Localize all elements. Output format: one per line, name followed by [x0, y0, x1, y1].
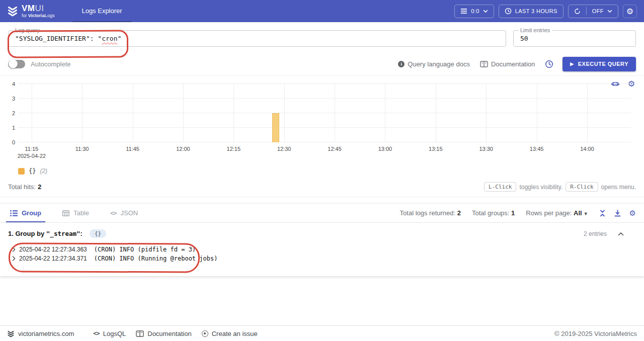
time-range-button[interactable]: LAST 3 HOURS: [499, 5, 564, 18]
x-axis-tick-label: 13:30: [479, 146, 493, 152]
lclick-text: toggles visibility.: [519, 184, 562, 191]
y-axis-tick-label: 2: [5, 110, 15, 116]
chart-legend: {}(2): [18, 167, 636, 175]
code-icon: <>: [110, 210, 116, 217]
lclick-key: L-Click: [484, 182, 516, 192]
autocomplete-toggle[interactable]: [8, 60, 25, 68]
list-icon: [460, 8, 467, 14]
documentation-link[interactable]: Documentation: [480, 60, 535, 68]
group-title: 1. Group by "_stream":: [8, 230, 83, 237]
gridline-vertical: [537, 84, 537, 142]
total-groups-stat: Total groups: 1: [472, 209, 515, 217]
x-axis-tick-label: 14:00: [580, 146, 594, 152]
y-axis-tick-label: 0: [5, 139, 15, 145]
refresh-icon: [574, 8, 581, 15]
autocomplete-label: Autocomplete: [31, 60, 71, 68]
rows-per-page-value: All: [574, 209, 582, 217]
log-row[interactable]: 2025-04-22 12:27:34.363(CRON) INFO (pidf…: [8, 245, 636, 254]
play-icon: ▶: [570, 61, 574, 66]
layout-value: 0:0: [471, 8, 479, 14]
tab-json[interactable]: <> JSON: [108, 204, 140, 222]
chevron-right-icon[interactable]: [8, 256, 19, 261]
collapse-all-icon[interactable]: [599, 210, 606, 217]
layout-select-button[interactable]: 0:0: [454, 5, 494, 18]
y-axis-tick-label: 3: [5, 96, 15, 102]
footer-site-label: victoriametrics.com: [18, 330, 74, 337]
log-query-value[interactable]: "SYSLOG_IDENTIFIER": "cron": [9, 31, 506, 46]
code-icon: <>: [93, 330, 99, 337]
x-axis-tick-label: 12:45: [328, 146, 342, 152]
log-timestamp: 2025-04-22 12:27:34.363: [19, 246, 87, 253]
chevron-right-icon[interactable]: [8, 247, 19, 252]
results-card: Group Table <> JSON Total logs returned:…: [0, 203, 644, 276]
table-tab-icon: [62, 210, 69, 216]
gridline-horizontal: [18, 142, 631, 142]
chevron-up-icon[interactable]: [618, 232, 624, 236]
log-query-input[interactable]: Log query "SYSLOG_IDENTIFIER": "cron": [8, 30, 506, 47]
query-docs-label: Query language docs: [408, 60, 470, 68]
footer: victoriametrics.com <> LogsQL Documentat…: [0, 325, 644, 341]
toggle-knob: [9, 59, 18, 68]
footer-site-link[interactable]: victoriametrics.com: [7, 330, 74, 337]
tab-table-label: Table: [73, 209, 89, 217]
gridline-vertical: [133, 84, 133, 142]
auto-refresh-control[interactable]: OFF: [568, 5, 618, 18]
documentation-label: Documentation: [491, 60, 535, 68]
legend-count: (2): [40, 167, 47, 175]
navbar-controls: 0:0 LAST 3 HOURS OFF ⚙: [454, 0, 644, 22]
rows-per-page-select[interactable]: Rows per page: All▼: [526, 209, 588, 217]
copyright-text: © 2019-2025 VictoriaMetrics: [554, 330, 637, 337]
vmui-logo[interactable]: VMUI for VictoriaLogs: [0, 0, 59, 22]
legend-item[interactable]: {}(2): [18, 167, 47, 175]
spellcheck-word: cron: [102, 35, 117, 42]
group-stream-field: "_stream": [46, 230, 80, 237]
hits-bar[interactable]: [272, 113, 279, 142]
gridline-vertical: [385, 84, 385, 142]
info-icon: i: [398, 61, 405, 67]
total-logs-value: 2: [457, 209, 461, 217]
x-axis-date-label: 2025-04-22: [18, 153, 46, 159]
total-groups-value: 1: [511, 209, 515, 217]
chevron-down-icon: [607, 10, 612, 13]
gridline-vertical: [486, 84, 487, 142]
results-settings-gear-icon[interactable]: ⚙: [629, 209, 636, 217]
query-history-icon[interactable]: [545, 60, 553, 68]
x-axis-tick-label: 12:15: [227, 146, 241, 152]
total-hits-value: 2: [38, 183, 41, 191]
rclick-key: R-Click: [566, 182, 598, 192]
entries-count: 2 entries: [584, 230, 607, 237]
brand-light: UI: [35, 4, 44, 13]
log-row[interactable]: 2025-04-22 12:27:34.371(CRON) INFO (Runn…: [8, 254, 636, 263]
tab-group[interactable]: Group: [8, 204, 43, 222]
x-axis-tick-label: 13:15: [429, 146, 443, 152]
log-timestamp: 2025-04-22 12:27:34.371: [19, 255, 87, 262]
gridline-horizontal: [18, 83, 631, 84]
gridline-horizontal: [18, 127, 631, 128]
log-rows: 2025-04-22 12:27:34.363(CRON) INFO (pidf…: [0, 241, 644, 263]
brand-sub-bold: Victoria: [28, 13, 45, 18]
gridline-vertical: [82, 84, 83, 142]
gridline-horizontal: [18, 98, 631, 99]
gridline-vertical: [183, 84, 184, 142]
stream-chip[interactable]: {}: [90, 229, 106, 238]
limit-entries-input[interactable]: Limit entries 50: [513, 30, 636, 47]
gridline-horizontal: [18, 113, 631, 113]
footer-logsql-link[interactable]: <> LogsQL: [93, 330, 126, 337]
total-hits-label: Total hits:: [8, 183, 36, 191]
legend-label: {}: [29, 167, 36, 175]
execute-query-button[interactable]: ▶ EXECUTE QUERY: [562, 57, 636, 71]
footer-create-issue-link[interactable]: Create an issue: [202, 330, 258, 337]
log-query-label: Log query: [13, 27, 42, 33]
limit-entries-label: Limit entries: [518, 27, 552, 33]
y-axis-tick-label: 1: [5, 125, 15, 131]
x-axis-tick-label: 11:45: [126, 146, 139, 152]
group-header: 1. Group by "_stream": {} 2 entries: [0, 223, 644, 241]
tab-table[interactable]: Table: [60, 204, 91, 222]
query-language-docs-link[interactable]: i Query language docs: [398, 60, 470, 68]
hits-bar-chart[interactable]: 0123411:152025-04-2211:3011:4512:0012:15…: [18, 84, 631, 142]
tab-logs-explorer[interactable]: Logs Explorer: [72, 0, 131, 22]
settings-gear-icon[interactable]: ⚙: [623, 5, 637, 18]
footer-documentation-link[interactable]: Documentation: [136, 330, 191, 337]
download-icon[interactable]: [614, 210, 621, 217]
brand-sub-prefix: for: [22, 13, 27, 18]
